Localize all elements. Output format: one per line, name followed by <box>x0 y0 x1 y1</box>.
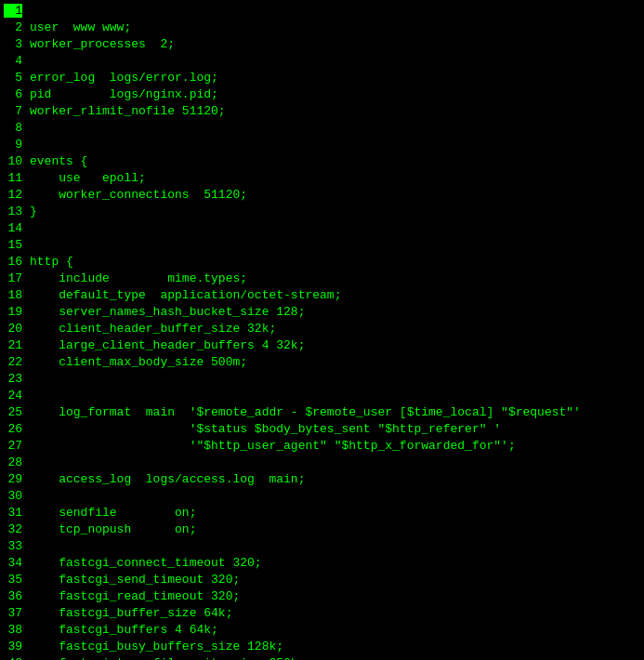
line-number: 36 <box>4 589 22 603</box>
code-line: 36 fastcgi_read_timeout 320; <box>0 589 644 606</box>
code-line: 35 fastcgi_send_timeout 320; <box>0 573 644 589</box>
code-line: 23 <box>0 372 644 389</box>
line-content: use epoll; <box>30 171 640 185</box>
line-content: sendfile on; <box>30 506 640 520</box>
line-number: 14 <box>4 221 22 235</box>
line-number: 13 <box>4 205 22 218</box>
line-content: worker_rlimit_nofile 51120; <box>30 104 640 118</box>
code-line: 3worker_processes 2; <box>0 37 644 54</box>
line-number: 11 <box>4 171 22 185</box>
line-number: 33 <box>4 539 22 553</box>
line-content: server_names_hash_bucket_size 128; <box>30 305 640 319</box>
line-number: 19 <box>4 305 22 319</box>
line-number: 29 <box>4 472 22 486</box>
line-content: large_client_header_buffers 4 32k; <box>30 338 640 352</box>
line-content: worker_processes 2; <box>30 37 640 51</box>
code-line: 33 <box>0 539 644 556</box>
line-number: 20 <box>4 322 22 336</box>
code-line: 22 client_max_body_size 500m; <box>0 355 644 372</box>
code-line: 11 use epoll; <box>0 171 644 188</box>
line-number: 38 <box>4 623 22 637</box>
line-number: 26 <box>4 422 22 436</box>
line-number: 35 <box>4 573 22 587</box>
line-number: 10 <box>4 154 22 168</box>
line-number: 15 <box>4 238 22 252</box>
code-line: 9 <box>0 138 644 154</box>
line-number: 18 <box>4 288 22 302</box>
code-line: 2user www www; <box>0 20 644 37</box>
line-number: 39 <box>4 640 22 653</box>
line-number: 12 <box>4 188 22 202</box>
code-line: 39 fastcgi_busy_buffers_size 128k; <box>0 640 644 656</box>
code-line: 26 '$status $body_bytes_sent "$http_refe… <box>0 422 644 439</box>
line-content: fastcgi_busy_buffers_size 128k; <box>30 640 640 653</box>
code-editor: 12user www www;3worker_processes 2;45err… <box>0 0 644 660</box>
line-number: 8 <box>4 121 22 135</box>
code-line: 25 log_format main '$remote_addr - $remo… <box>0 405 644 422</box>
code-line: 12 worker_connections 51120; <box>0 188 644 205</box>
line-number: 17 <box>4 271 22 285</box>
code-line: 34 fastcgi_connect_timeout 320; <box>0 556 644 573</box>
code-line: 14 <box>0 221 644 238</box>
line-content: fastcgi_read_timeout 320; <box>30 589 640 603</box>
line-content: access_log logs/access.log main; <box>30 472 640 486</box>
code-line: 37 fastcgi_buffer_size 64k; <box>0 606 644 623</box>
line-number: 1 <box>4 4 22 18</box>
code-line: 4 <box>0 54 644 71</box>
line-content: default_type application/octet-stream; <box>30 288 640 302</box>
line-content: pid logs/nginx.pid; <box>30 87 640 101</box>
code-line: 24 <box>0 389 644 405</box>
line-content: client_max_body_size 500m; <box>30 355 640 369</box>
code-line: 18 default_type application/octet-stream… <box>0 288 644 305</box>
code-line: 32 tcp_nopush on; <box>0 522 644 539</box>
code-line: 1 <box>0 4 644 20</box>
line-content: events { <box>30 154 640 168</box>
code-line: 5error_log logs/error.log; <box>0 71 644 87</box>
code-line: 28 <box>0 455 644 472</box>
line-content: user www www; <box>30 20 640 34</box>
code-line: 8 <box>0 121 644 138</box>
line-number: 22 <box>4 355 22 369</box>
line-number: 16 <box>4 255 22 269</box>
line-number: 34 <box>4 556 22 570</box>
code-line: 30 <box>0 489 644 506</box>
code-line: 7worker_rlimit_nofile 51120; <box>0 104 644 121</box>
line-content: } <box>30 205 640 218</box>
line-content: fastcgi_temp_file_write_size 256k; <box>30 656 640 660</box>
code-line: 40 fastcgi_temp_file_write_size 256k; <box>0 656 644 660</box>
line-number: 32 <box>4 522 22 536</box>
line-number: 37 <box>4 606 22 620</box>
line-content: fastcgi_buffer_size 64k; <box>30 606 640 620</box>
line-number: 4 <box>4 54 22 68</box>
line-number: 30 <box>4 489 22 503</box>
code-line: 20 client_header_buffer_size 32k; <box>0 322 644 338</box>
line-number: 25 <box>4 405 22 419</box>
code-line: 29 access_log logs/access.log main; <box>0 472 644 489</box>
line-number: 24 <box>4 389 22 403</box>
code-line: 38 fastcgi_buffers 4 64k; <box>0 623 644 640</box>
line-content: worker_connections 51120; <box>30 188 640 202</box>
line-content: fastcgi_connect_timeout 320; <box>30 556 640 570</box>
line-number: 2 <box>4 20 22 34</box>
code-line: 31 sendfile on; <box>0 506 644 522</box>
line-content: error_log logs/error.log; <box>30 71 640 85</box>
line-number: 9 <box>4 138 22 152</box>
code-line: 6pid logs/nginx.pid; <box>0 87 644 104</box>
line-number: 23 <box>4 372 22 386</box>
code-line: 17 include mime.types; <box>0 271 644 288</box>
code-line: 21 large_client_header_buffers 4 32k; <box>0 338 644 355</box>
line-content: fastcgi_buffers 4 64k; <box>30 623 640 637</box>
line-number: 21 <box>4 338 22 352</box>
code-line: 19 server_names_hash_bucket_size 128; <box>0 305 644 322</box>
line-number: 5 <box>4 71 22 85</box>
code-line: 16http { <box>0 255 644 271</box>
code-line: 13} <box>0 205 644 221</box>
line-content: client_header_buffer_size 32k; <box>30 322 640 336</box>
line-number: 3 <box>4 37 22 51</box>
line-content: '$status $body_bytes_sent "$http_referer… <box>30 422 640 436</box>
line-content: fastcgi_send_timeout 320; <box>30 573 640 587</box>
code-line: 15 <box>0 238 644 255</box>
line-number: 6 <box>4 87 22 101</box>
line-content: include mime.types; <box>30 271 640 285</box>
line-number: 27 <box>4 439 22 453</box>
